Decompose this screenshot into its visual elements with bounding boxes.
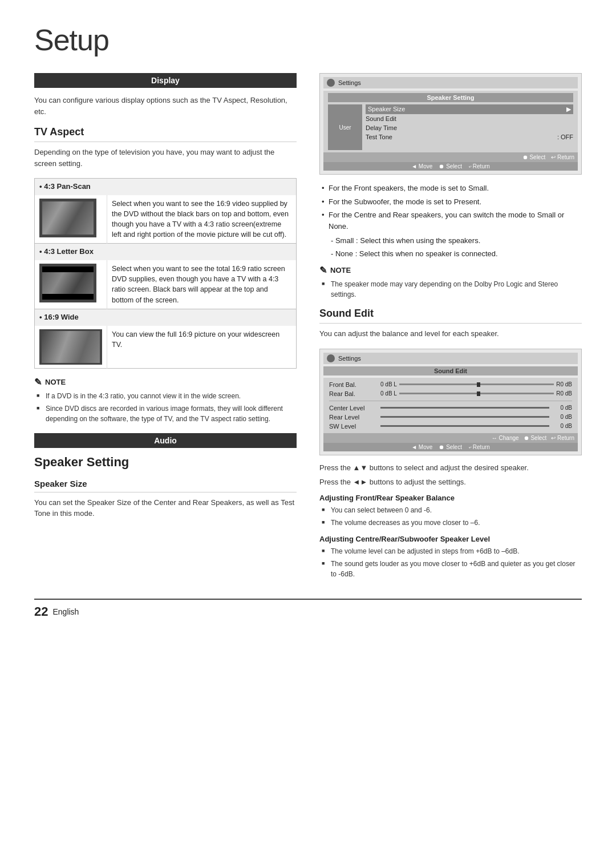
tv-note: ✎ NOTE If a DVD is in the 4:3 ratio, you… — [34, 377, 297, 424]
aspect-row-panscan: Select when you want to see the 16:9 vid… — [35, 195, 297, 244]
adj-centre-item-0: The volume level can be adjusted in step… — [319, 546, 582, 556]
se-row-front-bal: Front Bal. 0 dB L R0 dB — [329, 380, 572, 389]
speaker-bullets: For the Front speakers, the mode is set … — [319, 183, 582, 232]
panscan-image — [39, 199, 96, 237]
speaker-note-item-0: The speaker mode may vary depending on t… — [319, 279, 582, 300]
aspect-row-wide: You can view the full 16:9 picture on yo… — [35, 326, 297, 369]
speaker-row-sound-edit: Sound Edit — [366, 114, 573, 123]
aspect-row-panscan-header: • 4:3 Pan-Scan — [35, 179, 297, 195]
panscan-desc: Select when you want to see the 16:9 vid… — [107, 195, 297, 244]
speaker-setting-section: Speaker Setting Speaker Size You can set… — [34, 455, 297, 519]
display-intro: You can configure various display option… — [34, 95, 297, 117]
tv-note-title: NOTE — [45, 378, 66, 386]
tv-aspect-intro: Depending on the type of television you … — [34, 147, 297, 169]
aspect-row-letterbox: Select when you want to see the total 16… — [35, 260, 297, 309]
audio-section-header: Audio — [34, 433, 297, 448]
sound-edit-intro: You can adjust the balance and level for… — [319, 328, 582, 340]
adj-front-item-1: The volume decreases as you move closer … — [319, 518, 582, 528]
sound-edit-screen: Settings Sound Edit Front Bal. 0 dB L R0… — [319, 349, 582, 455]
se-row-sw-level: SW Level 0 dB — [329, 422, 572, 431]
none-label: - None : Select this when no speaker is … — [319, 248, 582, 260]
note-icon: ✎ — [34, 377, 42, 387]
wide-desc: You can view the full 16:9 picture on yo… — [107, 326, 297, 369]
small-label: - Small : Select this when using the spe… — [319, 235, 582, 247]
se-row-rear-level: Rear Level 0 dB — [329, 413, 572, 422]
speaker-size-title: Speaker Size — [34, 479, 297, 492]
letterbox-image — [39, 264, 96, 302]
tv-note-item-1: Since DVD discs are recorded in various … — [34, 403, 297, 424]
page-number: 22 — [34, 604, 48, 619]
tv-aspect-title: TV Aspect — [34, 126, 297, 142]
speaker-size-intro: You can set the Speaker Size of the Cent… — [34, 497, 297, 519]
speaker-bullet-0: For the Front speakers, the mode is set … — [319, 183, 582, 194]
adj-front-item-0: You can select between 0 and -6. — [319, 505, 582, 515]
se-topbar: Settings — [338, 355, 361, 362]
se-logo — [327, 354, 335, 362]
speaker-screen-nav: ◄ Move ⏺ Select ↩ Return — [323, 162, 578, 171]
aspect-table: • 4:3 Pan-Scan Select when you want to s… — [34, 178, 297, 369]
page-title: Setup — [34, 23, 582, 57]
speaker-note: ✎ NOTE The speaker mode may vary dependi… — [319, 265, 582, 300]
tv-note-item-0: If a DVD is in the 4:3 ratio, you cannot… — [34, 391, 297, 401]
right-column: Settings Speaker Setting User Speaker Si… — [319, 73, 582, 582]
left-column: Display You can configure various displa… — [34, 73, 297, 582]
se-body: Front Bal. 0 dB L R0 dB Rear Bal. 0 dB L — [323, 378, 578, 433]
settings-logo — [327, 79, 335, 87]
speaker-bullet-1: For the Subwoofer, the mode is set to Pr… — [319, 196, 582, 208]
speaker-screen-title: Speaker Setting — [328, 93, 573, 102]
adj-centre-title: Adjusting Centre/Rear/Subwoofer Speaker … — [319, 535, 582, 543]
page-footer: 22 English — [34, 599, 582, 619]
aspect-row-letterbox-header: • 4:3 Letter Box — [35, 244, 297, 260]
speaker-note-title: NOTE — [330, 266, 351, 274]
adj-front-title: Adjusting Front/Rear Speaker Balance — [319, 494, 582, 502]
tv-aspect-section: TV Aspect Depending on the type of telev… — [34, 126, 297, 369]
speaker-bullet-2: For the Centre and Rear speakers, you ca… — [319, 209, 582, 232]
press-text-1: Press the ▲▼ buttons to select and adjus… — [319, 462, 582, 474]
press-text-2: Press the ◄► buttons to adjust the setti… — [319, 477, 582, 488]
se-footer: ↔ Change ⏺ Select ↩ Return — [323, 433, 578, 443]
speaker-screen-footer: ⏺ Select ↩ Return — [323, 152, 578, 162]
speaker-row-test-tone: Test Tone : OFF — [366, 132, 573, 142]
se-nav: ◄ Move ⏺ Select ↩ Return — [323, 443, 578, 451]
sound-edit-title: Sound Edit — [319, 308, 582, 324]
speaker-row-size: Speaker Size ▶ — [366, 104, 573, 114]
display-section-header: Display — [34, 73, 297, 88]
se-inner-title: Sound Edit — [323, 366, 578, 375]
aspect-row-wide-header: • 16:9 Wide — [35, 309, 297, 325]
speaker-note-icon: ✎ — [319, 265, 327, 276]
letterbox-desc: Select when you want to see the total 16… — [107, 260, 297, 309]
speaker-setting-title: Speaker Setting — [34, 455, 297, 473]
speaker-screen-topbar: Settings — [338, 79, 361, 86]
adj-centre-item-1: The sound gets louder as you move closer… — [319, 559, 582, 579]
se-row-center-level: Center Level 0 dB — [329, 403, 572, 413]
se-row-rear-bal: Rear Bal. 0 dB L R0 dB — [329, 389, 572, 398]
speaker-row-delay-time: Delay Time — [366, 123, 573, 132]
page-footer-label: English — [52, 607, 79, 616]
wide-image — [39, 329, 102, 365]
speaker-settings-screen: Settings Speaker Setting User Speaker Si… — [319, 73, 582, 175]
speaker-screen-user-label: User — [339, 124, 351, 131]
sound-edit-section: Sound Edit You can adjust the balance an… — [319, 308, 582, 579]
